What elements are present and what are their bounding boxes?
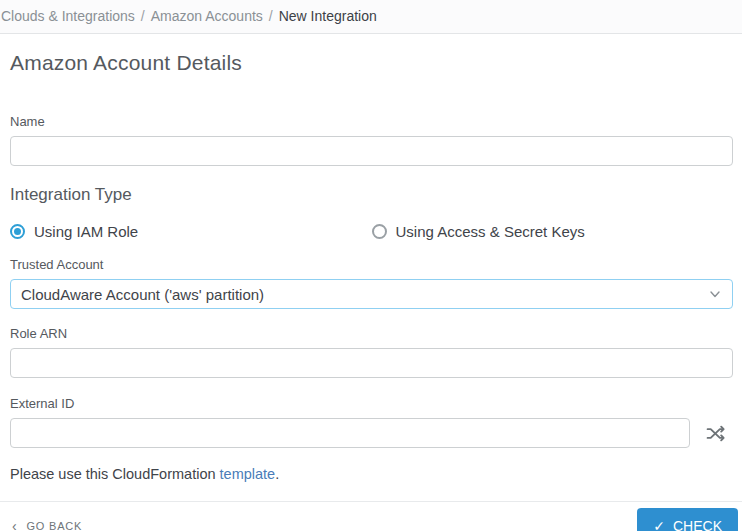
breadcrumb-new-integration: New Integration [279,8,377,24]
name-input[interactable] [10,136,733,166]
role-arn-label: Role ARN [10,326,733,341]
shuffle-icon [705,423,726,444]
check-button[interactable]: ✓ CHECK [637,508,738,531]
radio-using-access-secret-keys[interactable]: Using Access & Secret Keys [372,223,734,240]
name-field-group: Name [10,114,733,166]
radio-using-iam-role[interactable]: Using IAM Role [10,223,372,240]
generate-external-id-button[interactable] [704,422,726,444]
radio-unselected-icon[interactable] [372,224,387,239]
breadcrumb-separator: / [141,8,145,24]
breadcrumb: Clouds & Integrations/Amazon Accounts/Ne… [0,0,742,34]
radio-using-iam-role-label: Using IAM Role [34,223,138,240]
trusted-account-select[interactable]: CloudAware Account ('aws' partition) [10,279,733,309]
trusted-account-field-group: Trusted Account CloudAware Account ('aws… [10,257,733,309]
cloudformation-note: Please use this CloudFormation template. [10,466,733,482]
note-text-end: . [275,466,279,482]
radio-selected-icon[interactable] [10,224,25,239]
check-button-label: CHECK [673,518,722,531]
page-title: Amazon Account Details [10,51,733,75]
breadcrumb-amazon-accounts[interactable]: Amazon Accounts [151,8,263,24]
external-id-label: External ID [10,396,733,411]
role-arn-field-group: Role ARN [10,326,733,378]
name-label: Name [10,114,733,129]
footer-bar: ‹ GO BACK ✓ CHECK [0,501,742,531]
external-id-field-group: External ID [10,396,733,448]
external-id-input[interactable] [10,418,690,448]
cloudformation-template-link[interactable]: template [220,466,276,482]
trusted-account-selected-value: CloudAware Account ('aws' partition) [21,286,264,303]
note-text: Please use this CloudFormation [10,466,220,482]
breadcrumb-separator: / [269,8,273,24]
radio-using-access-secret-keys-label: Using Access & Secret Keys [396,223,585,240]
check-icon: ✓ [653,518,665,531]
chevron-down-icon [708,287,722,301]
go-back-button[interactable]: ‹ GO BACK [12,519,82,531]
chevron-left-icon: ‹ [12,519,17,531]
go-back-label: GO BACK [26,520,82,531]
integration-type-heading: Integration Type [10,185,733,205]
main-content: Amazon Account Details Name Integration … [0,51,742,482]
integration-type-options: Using IAM Role Using Access & Secret Key… [10,223,733,240]
role-arn-input[interactable] [10,348,733,378]
trusted-account-label: Trusted Account [10,257,733,272]
breadcrumb-clouds-integrations[interactable]: Clouds & Integrations [1,8,135,24]
